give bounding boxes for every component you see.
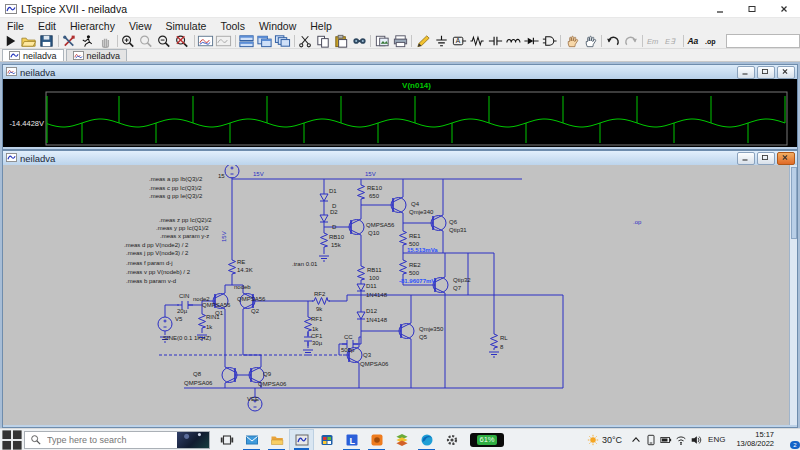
menu-window[interactable]: Window — [252, 20, 303, 32]
your-phone-icon[interactable] — [643, 429, 658, 450]
trace-name[interactable]: V(n014) — [402, 81, 431, 90]
temperature-label[interactable]: 30°C — [602, 435, 622, 445]
tab-neiladva-1[interactable]: neiladva — [66, 49, 128, 61]
resistor-button[interactable] — [468, 33, 486, 48]
close-button[interactable] — [777, 66, 795, 79]
wire-button[interactable] — [414, 33, 432, 48]
find-button[interactable] — [350, 33, 368, 48]
search-box[interactable] — [24, 431, 210, 449]
open-button[interactable] — [20, 33, 38, 48]
schematic-window-titlebar[interactable]: neiladva — [3, 151, 797, 165]
waveform-window-titlebar[interactable]: neiladva — [3, 65, 797, 79]
schematic-label: RL — [500, 335, 508, 341]
battery-widget[interactable]: 61% — [470, 433, 504, 447]
taskbar-ltspice-icon[interactable] — [289, 429, 314, 450]
cut-button[interactable] — [297, 33, 315, 48]
schematic-label: SINE(0 0.1 1KHZ) — [163, 335, 211, 341]
waveform-plot[interactable]: V(n014)-14.4428V — [3, 79, 797, 147]
taskbar-edge-icon[interactable] — [414, 429, 439, 450]
zoom-out-button[interactable] — [156, 33, 174, 48]
maximize-button[interactable] — [757, 66, 775, 79]
schematic-label: Q4 — [411, 201, 420, 207]
schematic-label: .meas v pp V(nodeb) / 2 — [126, 269, 191, 275]
run-button[interactable] — [2, 33, 20, 48]
pause-button[interactable] — [97, 33, 115, 48]
save-button[interactable] — [38, 33, 56, 48]
tab-neiladva-0[interactable]: neiladva — [2, 49, 64, 61]
volume-icon[interactable] — [688, 429, 703, 450]
schematic-label: RB10 — [329, 234, 345, 240]
taskbar-app-layers-icon[interactable] — [389, 429, 414, 450]
net-label-button[interactable]: A — [450, 33, 468, 48]
menu-file[interactable]: File — [0, 20, 31, 32]
copy-image-button[interactable] — [373, 33, 391, 48]
menu-simulate[interactable]: Simulate — [159, 20, 214, 32]
cascade-button[interactable] — [274, 33, 292, 48]
zoom-in-button[interactable] — [120, 33, 138, 48]
zoom-extents-button[interactable] — [174, 33, 192, 48]
chevron-up-icon[interactable] — [628, 429, 643, 450]
taskbar-settings-icon[interactable] — [439, 429, 464, 450]
inductor-button[interactable] — [504, 33, 522, 48]
waveform-pane-2-button[interactable] — [215, 33, 233, 48]
diode-button[interactable] — [522, 33, 540, 48]
schematic-vertical-scrollbar[interactable] — [789, 165, 797, 425]
schematic-canvas[interactable]: .meas a pp Ib(Q3)/2.meas c pp Ic(Q3)/2.m… — [3, 165, 797, 425]
action-center-icon[interactable]: 2 — [780, 429, 800, 450]
menu-bar: FileEditHierarchyViewSimulateToolsWindow… — [0, 18, 800, 33]
battery-icon[interactable] — [658, 429, 673, 450]
minimize-button[interactable] — [737, 66, 755, 79]
resistor-symbol — [491, 332, 498, 350]
menu-view[interactable]: View — [122, 20, 159, 32]
text-button[interactable]: Aa — [686, 33, 704, 48]
minimize-button[interactable] — [737, 152, 755, 165]
mirror-button[interactable]: Em — [645, 33, 663, 48]
search-input[interactable] — [45, 434, 177, 446]
taskbar-app-orange-icon[interactable] — [364, 429, 389, 450]
move-button[interactable] — [563, 33, 581, 48]
schematic-label: 15 — [218, 173, 225, 179]
halt-button[interactable] — [79, 33, 97, 48]
spice-directive-button[interactable]: .op — [704, 33, 722, 48]
capacitor-button[interactable] — [486, 33, 504, 48]
print-button[interactable] — [391, 33, 409, 48]
tile-horizontal-button[interactable] — [238, 33, 256, 48]
scrollbar-thumb[interactable] — [791, 167, 797, 239]
minimize-button[interactable] — [704, 0, 736, 17]
copy-button[interactable] — [315, 33, 333, 48]
ground-button[interactable] — [432, 33, 450, 48]
menu-tools[interactable]: Tools — [213, 20, 252, 32]
taskbar-toolbox-icon[interactable] — [314, 429, 339, 450]
weather-icon[interactable] — [585, 429, 600, 450]
menu-edit[interactable]: Edit — [31, 20, 63, 32]
maximize-button[interactable] — [757, 152, 775, 165]
schematic-label: QMPSA06 — [184, 380, 213, 386]
wifi-icon[interactable] — [673, 429, 688, 450]
clock[interactable]: 15:17 13/08/2022 — [736, 431, 774, 448]
zoom-back-button[interactable] — [138, 33, 156, 48]
undo-button[interactable] — [604, 33, 622, 48]
close-button[interactable] — [777, 152, 795, 165]
tile-vertical-button[interactable] — [256, 33, 274, 48]
waveform-pane-button[interactable] — [197, 33, 215, 48]
start-button[interactable] — [0, 429, 24, 450]
redo-button[interactable] — [622, 33, 640, 48]
component-button[interactable] — [540, 33, 558, 48]
taskbar-app-l-icon[interactable]: L — [339, 429, 364, 450]
language-indicator[interactable]: ENG — [708, 435, 725, 444]
menu-help[interactable]: Help — [303, 20, 339, 32]
waveform-window-icon — [6, 67, 20, 78]
schematic-label: 1k — [206, 324, 213, 330]
paste-button[interactable] — [332, 33, 350, 48]
schematic-label: 1k — [312, 326, 319, 332]
maximize-button[interactable] — [736, 0, 768, 17]
menu-hierarchy[interactable]: Hierarchy — [63, 20, 122, 32]
control-panel-button[interactable] — [61, 33, 79, 48]
taskbar-file-explorer-icon[interactable] — [264, 429, 289, 450]
search-weather-thumbnail[interactable] — [177, 431, 209, 449]
drag-button[interactable] — [581, 33, 599, 48]
taskbar-task-view-icon[interactable] — [214, 429, 239, 450]
taskbar-mail-icon[interactable] — [239, 429, 264, 450]
rotate-button[interactable]: E∃ — [663, 33, 681, 48]
close-button[interactable] — [768, 0, 800, 17]
